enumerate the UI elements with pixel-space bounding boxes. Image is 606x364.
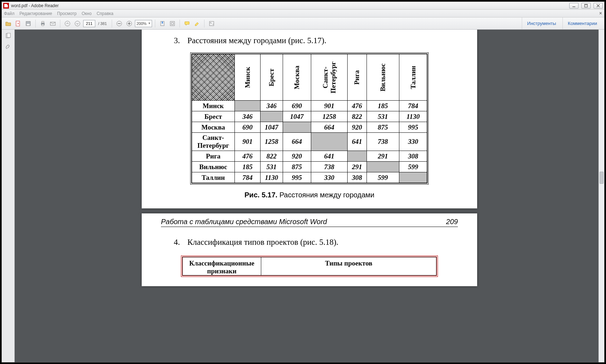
- table-corner-cell: [192, 54, 235, 101]
- comment-icon[interactable]: [183, 19, 191, 28]
- table-cell: 1130: [399, 111, 427, 122]
- column-header: Санкт- Петербург: [311, 54, 347, 101]
- menu-edit[interactable]: Редактирование: [20, 11, 52, 16]
- scrollbar-thumb[interactable]: [600, 172, 604, 184]
- zoom-select[interactable]: 200% ▼: [135, 20, 152, 27]
- table-row: Рига476822920641291308: [192, 151, 427, 162]
- classification-table-wrapper: Классификационные признаки Типы проектов: [181, 256, 438, 277]
- thumbnails-icon[interactable]: [4, 32, 12, 40]
- table-cell: [367, 162, 399, 172]
- table-cell: 476: [234, 151, 260, 162]
- table-cell: [283, 122, 311, 133]
- table-cell: 531: [367, 111, 399, 122]
- svg-rect-5: [16, 21, 20, 26]
- page-down-icon[interactable]: [73, 19, 82, 28]
- comments-panel-tab[interactable]: Комментарии: [562, 17, 602, 29]
- app-icon: [3, 3, 9, 9]
- table-cell: 1258: [261, 133, 283, 151]
- table-cell: 330: [399, 133, 427, 151]
- close-document-button[interactable]: ×: [599, 10, 602, 16]
- table-cell: 531: [261, 162, 283, 172]
- zoom-in-icon[interactable]: [125, 19, 133, 28]
- menu-window[interactable]: Окно: [82, 11, 92, 16]
- list-number: 3.: [174, 36, 182, 45]
- page-up-icon[interactable]: [63, 19, 72, 28]
- table-cell: 664: [311, 122, 347, 133]
- fit-page-icon[interactable]: [168, 19, 177, 28]
- document-viewer[interactable]: 3. Расстояния между городами (рис. 5.17)…: [15, 30, 604, 362]
- export-pdf-icon[interactable]: [14, 19, 22, 28]
- menu-bar: Файл Редактирование Просмотр Окно Справк…: [2, 10, 604, 17]
- print-icon[interactable]: [39, 19, 47, 28]
- table-row: Таллин7841130995330308599: [192, 172, 427, 183]
- svg-rect-10: [42, 24, 44, 26]
- menu-file[interactable]: Файл: [4, 11, 15, 16]
- vertical-scrollbar[interactable]: [599, 30, 604, 362]
- open-file-icon[interactable]: [4, 19, 12, 28]
- table-row: Минск346690901476185784: [192, 101, 427, 111]
- attachments-icon[interactable]: [4, 43, 12, 52]
- pdf-page: 3. Расстояния между городами (рис. 5.17)…: [142, 30, 477, 208]
- classification-table: Классификационные признаки Типы проектов: [182, 257, 436, 275]
- table-cell: 641: [311, 151, 347, 162]
- table-cell: [261, 111, 283, 122]
- column-header: Минск: [234, 54, 260, 101]
- menu-help[interactable]: Справка: [97, 11, 113, 16]
- distance-table-wrapper: МинскБрестМоскваСанкт- ПетербургРигаВиль…: [190, 52, 429, 184]
- table-cell: 738: [367, 133, 399, 151]
- list-text: Классификация типов проектов (рис. 5.18)…: [187, 238, 338, 247]
- table-cell: 920: [283, 151, 311, 162]
- table-row: Санкт-Петербург9011258664641738330: [192, 133, 427, 151]
- column-header: Брест: [261, 54, 283, 101]
- chevron-down-icon: ▼: [148, 22, 151, 25]
- running-header-page: 209: [446, 218, 458, 226]
- toolbar: / 381 200% ▼ Инструменты Комментарии: [2, 17, 604, 30]
- minimize-button[interactable]: [569, 3, 579, 9]
- page-total-label: / 381: [98, 21, 107, 26]
- table-cell: 690: [234, 122, 260, 133]
- page-number-input[interactable]: [83, 20, 95, 27]
- figure-caption: Рис. 5.17. Расстояния между городами: [161, 191, 458, 199]
- zoom-out-icon[interactable]: [115, 19, 123, 28]
- bookmark-tool-icon[interactable]: [158, 19, 167, 28]
- row-header: Таллин: [192, 172, 235, 183]
- maximize-button[interactable]: [581, 3, 591, 9]
- figure-caption-text: Расстояния между городами: [277, 191, 374, 199]
- table-cell: 1047: [261, 122, 283, 133]
- table-cell: 901: [311, 101, 347, 111]
- side-rail: [2, 30, 15, 362]
- list-item-3: 3. Расстояния между городами (рис. 5.17)…: [174, 36, 458, 45]
- pdf-page: Работа с таблицами средствами Microsoft …: [142, 213, 477, 286]
- table-cell: 476: [347, 101, 367, 111]
- table-cell: 822: [347, 111, 367, 122]
- table-cell: 875: [283, 162, 311, 172]
- tools-panel-tab[interactable]: Инструменты: [522, 17, 561, 29]
- table-cell: [311, 133, 347, 151]
- menu-view[interactable]: Просмотр: [57, 11, 77, 16]
- table-cell: 308: [347, 172, 367, 183]
- close-button[interactable]: [594, 3, 603, 9]
- highlight-icon[interactable]: [193, 19, 201, 28]
- table-cell: 291: [367, 151, 399, 162]
- table-cell: 784: [399, 101, 427, 111]
- table-cell: 901: [234, 133, 260, 151]
- column-header: Рига: [347, 54, 367, 101]
- svg-point-13: [75, 21, 80, 26]
- list-text: Расстояния между городами (рис. 5.17).: [187, 36, 326, 45]
- save-icon[interactable]: [24, 19, 32, 28]
- table-cell: 995: [399, 122, 427, 133]
- table-cell: [347, 151, 367, 162]
- table-row: Москва6901047664920875995: [192, 122, 427, 133]
- table-cell: 346: [234, 111, 260, 122]
- column-header: Москва: [283, 54, 311, 101]
- table-cell: 738: [311, 162, 347, 172]
- row-header: Рига: [192, 151, 235, 162]
- table-cell: 664: [283, 133, 311, 151]
- email-icon[interactable]: [49, 19, 57, 28]
- table-cell: 920: [347, 122, 367, 133]
- list-item-4: 4. Классификация типов проектов (рис. 5.…: [174, 238, 458, 247]
- svg-point-12: [65, 21, 70, 26]
- svg-rect-24: [7, 33, 10, 37]
- read-mode-icon[interactable]: [207, 19, 216, 28]
- zoom-value: 200%: [136, 21, 146, 26]
